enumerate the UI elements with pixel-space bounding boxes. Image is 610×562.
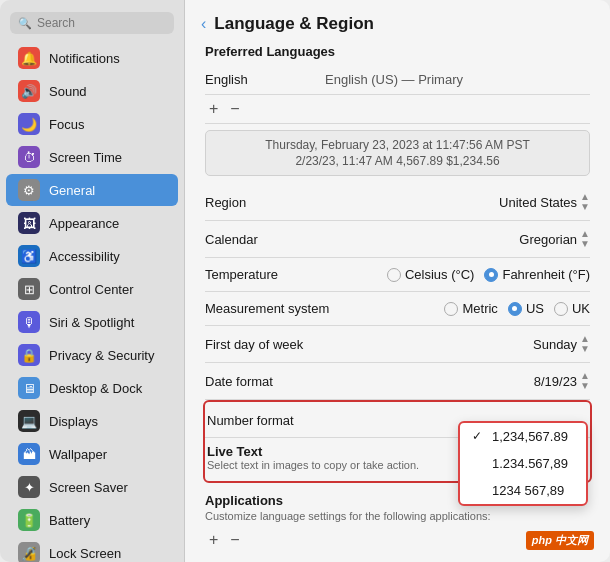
appearance-icon: 🖼	[18, 212, 40, 234]
sidebar-item-desktop[interactable]: 🖥 Desktop & Dock	[6, 372, 178, 404]
language-name: English	[205, 72, 325, 87]
remove-language-button[interactable]: −	[226, 101, 243, 117]
applications-subtitle: Customize language settings for the foll…	[205, 510, 590, 522]
sidebar-item-screensaver[interactable]: ✦ Screen Saver	[6, 471, 178, 503]
uk-radio[interactable]	[554, 302, 568, 316]
date-format-row: Date format 8/19/23 ▲▼	[205, 363, 590, 400]
preview-date: Thursday, February 23, 2023 at 11:47:56 …	[218, 138, 577, 152]
sidebar-item-lockscreen[interactable]: 🔏 Lock Screen	[6, 537, 178, 562]
first-day-select[interactable]: Sunday ▲▼	[533, 334, 590, 354]
sidebar-item-label-screensaver: Screen Saver	[49, 480, 128, 495]
dropdown-item-eu[interactable]: 1.234.567,89	[460, 450, 586, 477]
sidebar-item-general[interactable]: ⚙ General	[6, 174, 178, 206]
number-format-label: Number format	[207, 413, 367, 428]
notifications-icon: 🔔	[18, 47, 40, 69]
metric-radio[interactable]	[444, 302, 458, 316]
sidebar-item-accessibility[interactable]: ♿ Accessibility	[6, 240, 178, 272]
sidebar-item-controlcenter[interactable]: ⊞ Control Center	[6, 273, 178, 305]
fahrenheit-label: Fahrenheit (°F)	[502, 267, 590, 282]
us-radio[interactable]	[508, 302, 522, 316]
measurement-radio-group: Metric US UK	[444, 301, 590, 316]
measurement-row: Measurement system Metric US UK	[205, 292, 590, 326]
sound-icon: 🔊	[18, 80, 40, 102]
sidebar-item-notifications[interactable]: 🔔 Notifications	[6, 42, 178, 74]
sidebar-item-appearance[interactable]: 🖼 Appearance	[6, 207, 178, 239]
celsius-radio[interactable]	[387, 268, 401, 282]
date-format-label: Date format	[205, 374, 365, 389]
fahrenheit-option[interactable]: Fahrenheit (°F)	[484, 267, 590, 282]
date-format-chevrons: ▲▼	[580, 371, 590, 391]
sidebar-item-label-focus: Focus	[49, 117, 84, 132]
controlcenter-icon: ⊞	[18, 278, 40, 300]
first-day-chevrons: ▲▼	[580, 334, 590, 354]
temperature-options: Celsius (°C) Fahrenheit (°F)	[365, 267, 590, 282]
wallpaper-icon: 🏔	[18, 443, 40, 465]
calendar-value-container[interactable]: Gregorian ▲▼	[365, 229, 590, 249]
sidebar-item-label-lockscreen: Lock Screen	[49, 546, 121, 561]
back-button[interactable]: ‹	[201, 15, 206, 33]
fahrenheit-radio[interactable]	[484, 268, 498, 282]
add-app-button[interactable]: +	[205, 532, 222, 548]
format-space-label: 1234 567,89	[492, 483, 564, 498]
preview-box: Thursday, February 23, 2023 at 11:47:56 …	[205, 130, 590, 176]
metric-label: Metric	[462, 301, 497, 316]
dropdown-item-us[interactable]: ✓ 1,234,567.89	[460, 423, 586, 450]
accessibility-icon: ♿	[18, 245, 40, 267]
preview-numbers: 2/23/23, 11:47 AM 4,567.89 $1,234.56	[218, 154, 577, 168]
dropdown-item-space[interactable]: 1234 567,89	[460, 477, 586, 504]
battery-icon: 🔋	[18, 509, 40, 531]
language-row: English English (US) — Primary	[205, 65, 590, 95]
language-value: English (US) — Primary	[325, 72, 463, 87]
top-bar: ‹ Language & Region	[185, 0, 610, 44]
sidebar-item-label-sound: Sound	[49, 84, 87, 99]
sidebar-item-label-accessibility: Accessibility	[49, 249, 120, 264]
sidebar-item-label-appearance: Appearance	[49, 216, 119, 231]
remove-app-button[interactable]: −	[226, 532, 243, 548]
uk-option[interactable]: UK	[554, 301, 590, 316]
sidebar: 🔍 🔔 Notifications 🔊 Sound 🌙 Focus ⏱ Scre…	[0, 0, 185, 562]
privacy-icon: 🔒	[18, 344, 40, 366]
sidebar-item-wallpaper[interactable]: 🏔 Wallpaper	[6, 438, 178, 470]
desktop-icon: 🖥	[18, 377, 40, 399]
format-eu-label: 1.234.567,89	[492, 456, 568, 471]
region-value-container[interactable]: United States ▲▼	[365, 192, 590, 212]
sidebar-item-battery[interactable]: 🔋 Battery	[6, 504, 178, 536]
sidebar-item-label-battery: Battery	[49, 513, 90, 528]
calendar-label: Calendar	[205, 232, 365, 247]
search-icon: 🔍	[18, 17, 32, 30]
first-day-value-container[interactable]: Sunday ▲▼	[365, 334, 590, 354]
metric-option[interactable]: Metric	[444, 301, 497, 316]
search-bar[interactable]: 🔍	[10, 12, 174, 34]
add-language-button[interactable]: +	[205, 101, 222, 117]
format-us-label: 1,234,567.89	[492, 429, 568, 444]
measurement-label: Measurement system	[205, 301, 365, 316]
temperature-label: Temperature	[205, 267, 365, 282]
sidebar-item-privacy[interactable]: 🔒 Privacy & Security	[6, 339, 178, 371]
sidebar-item-label-wallpaper: Wallpaper	[49, 447, 107, 462]
main-content: ‹ Language & Region Preferred Languages …	[185, 0, 610, 562]
us-option[interactable]: US	[508, 301, 544, 316]
calendar-chevrons: ▲▼	[580, 229, 590, 249]
lang-add-remove-row: + −	[205, 95, 590, 124]
calendar-row: Calendar Gregorian ▲▼	[205, 221, 590, 258]
us-label: US	[526, 301, 544, 316]
region-select[interactable]: United States ▲▼	[499, 192, 590, 212]
search-input[interactable]	[37, 16, 166, 30]
temperature-row: Temperature Celsius (°C) Fahrenheit (°F)	[205, 258, 590, 292]
sidebar-item-label-siri: Siri & Spotlight	[49, 315, 134, 330]
first-day-value: Sunday	[533, 337, 577, 352]
sidebar-item-label-desktop: Desktop & Dock	[49, 381, 142, 396]
celsius-option[interactable]: Celsius (°C)	[387, 267, 474, 282]
sidebar-item-screentime[interactable]: ⏱ Screen Time	[6, 141, 178, 173]
sidebar-item-sound[interactable]: 🔊 Sound	[6, 75, 178, 107]
sidebar-item-displays[interactable]: 💻 Displays	[6, 405, 178, 437]
date-format-value: 8/19/23	[534, 374, 577, 389]
watermark: php 中文网	[526, 531, 594, 550]
date-format-value-container[interactable]: 8/19/23 ▲▼	[365, 371, 590, 391]
sidebar-item-siri[interactable]: 🎙 Siri & Spotlight	[6, 306, 178, 338]
date-format-select[interactable]: 8/19/23 ▲▼	[534, 371, 590, 391]
number-format-dropdown[interactable]: ✓ 1,234,567.89 1.234.567,89 1234 567,89	[458, 421, 588, 506]
sidebar-item-focus[interactable]: 🌙 Focus	[6, 108, 178, 140]
calendar-select[interactable]: Gregorian ▲▼	[519, 229, 590, 249]
region-label: Region	[205, 195, 365, 210]
